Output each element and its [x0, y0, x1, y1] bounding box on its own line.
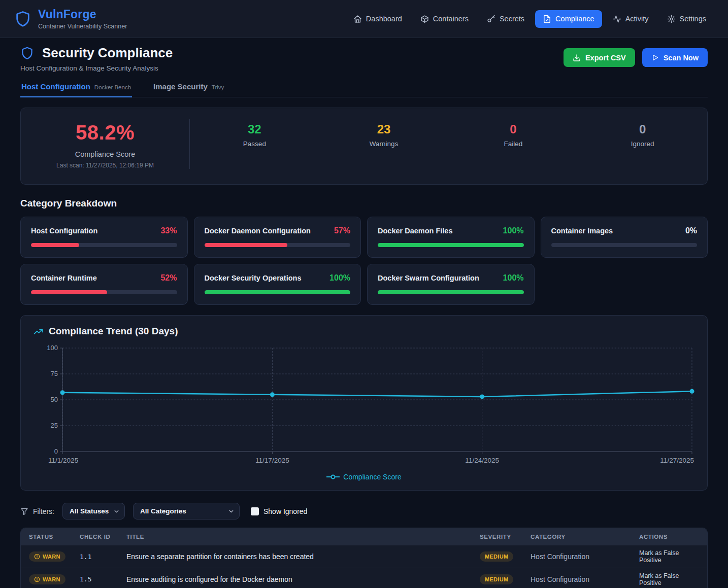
- category-filter-select[interactable]: All Categories: [133, 503, 240, 520]
- category-progress-track: [205, 243, 351, 247]
- category-card-docker-security-operations: Docker Security Operations 100%: [194, 264, 361, 305]
- tab-tag: Trivy: [212, 84, 224, 90]
- compliance-score-value: 58.2%: [26, 121, 184, 144]
- tab-host-configuration[interactable]: Host ConfigurationDocker Bench: [20, 82, 132, 97]
- category-progress-fill: [205, 243, 288, 247]
- category-progress-fill: [31, 290, 107, 294]
- stat-label: Ignored: [578, 140, 707, 148]
- column-header-title: TITLE: [126, 534, 476, 540]
- stat-passed: 32 Passed: [190, 119, 319, 169]
- severity-badge: MEDIUM: [480, 574, 513, 584]
- tab-tag: Docker Bench: [94, 84, 131, 90]
- category-card-docker-daemon-configuration: Docker Daemon Configuration 57%: [194, 217, 361, 258]
- category-percentage: 100%: [503, 273, 524, 283]
- category-grid: Host Configuration 33% Docker Daemon Con…: [20, 217, 708, 305]
- gear-icon: [667, 15, 676, 23]
- nav-item-label: Dashboard: [366, 15, 402, 23]
- check-id: 1.5: [80, 575, 122, 583]
- nav-item-label: Secrets: [500, 15, 524, 23]
- export-csv-button[interactable]: Export CSV: [564, 48, 635, 67]
- compliance-trend-chart: 025507510011/1/202511/17/202511/24/20251…: [33, 343, 695, 471]
- page-header: Security Compliance Host Configuration &…: [20, 45, 708, 72]
- category-percentage: 52%: [160, 273, 177, 283]
- status-filter-select[interactable]: All Statuses: [62, 503, 125, 520]
- check-category: Host Configuration: [531, 552, 635, 561]
- nav-item-containers[interactable]: Containers: [413, 10, 476, 28]
- category-name: Docker Daemon Configuration: [205, 227, 311, 235]
- check-title: Ensure a separate partition for containe…: [126, 552, 476, 561]
- nav-item-label: Compliance: [555, 15, 594, 23]
- column-header-severity: SEVERITY: [480, 534, 526, 540]
- nav-item-activity[interactable]: Activity: [605, 10, 656, 28]
- legend-compliance-score: Compliance Score: [33, 473, 695, 483]
- svg-text:11/1/2025: 11/1/2025: [48, 457, 78, 464]
- status-badge: WARN: [29, 551, 65, 562]
- nav-item-compliance[interactable]: Compliance: [535, 10, 602, 28]
- check-category: Host Configuration: [531, 575, 635, 583]
- compliance-trend-card: Compliance Trend (30 Days) 025507510011/…: [20, 315, 708, 491]
- brand-shield-icon: [14, 10, 31, 27]
- mark-false-positive-action[interactable]: Mark as False Positive: [639, 549, 699, 564]
- show-ignored-checkbox[interactable]: [251, 507, 259, 515]
- category-progress-track: [31, 243, 177, 247]
- status-badge-label: WARN: [43, 554, 60, 560]
- stat-value: 0: [578, 122, 707, 136]
- category-card-docker-swarm-configuration: Docker Swarm Configuration 100%: [367, 264, 535, 305]
- category-name: Docker Security Operations: [205, 274, 302, 282]
- svg-text:11/24/2025: 11/24/2025: [465, 457, 499, 464]
- compliance-score-block: 58.2% Compliance Score Last scan: 11/27/…: [21, 119, 190, 169]
- category-progress-fill: [31, 243, 79, 247]
- category-name: Container Images: [551, 227, 613, 235]
- svg-text:50: 50: [51, 396, 58, 403]
- category-progress-track: [31, 290, 177, 294]
- category-progress-track: [205, 290, 351, 294]
- scan-now-button[interactable]: Scan Now: [642, 48, 708, 67]
- svg-text:0: 0: [54, 447, 58, 455]
- stat-label: Passed: [190, 140, 319, 148]
- category-progress-fill: [378, 243, 524, 247]
- column-header-status: STATUS: [29, 534, 76, 540]
- tab-image-security[interactable]: Image SecurityTrivy: [152, 82, 225, 97]
- category-name: Docker Daemon Files: [378, 227, 452, 235]
- compliance-summary-card: 58.2% Compliance Score Last scan: 11/27/…: [20, 108, 708, 185]
- nav: Dashboard Containers Secrets Compliance …: [346, 10, 714, 28]
- stat-ignored: 0 Ignored: [578, 119, 707, 169]
- nav-item-settings[interactable]: Settings: [659, 10, 714, 28]
- checks-table: STATUSCHECK IDTITLESEVERITYCATEGORYACTIO…: [20, 528, 708, 588]
- tab-label: Image Security: [153, 82, 208, 91]
- stat-failed: 0 Failed: [449, 119, 578, 169]
- play-icon: [651, 54, 659, 61]
- last-scan-timestamp: Last scan: 11/27/2025, 12:06:19 PM: [26, 162, 184, 169]
- nav-item-label: Activity: [625, 15, 649, 23]
- file-check-icon: [543, 15, 551, 23]
- cube-icon: [420, 15, 429, 23]
- mark-false-positive-action[interactable]: Mark as False Positive: [639, 572, 699, 586]
- category-percentage: 57%: [334, 226, 350, 235]
- alert-circle-icon: [34, 576, 40, 582]
- check-id: 1.1: [80, 553, 122, 561]
- activity-icon: [613, 15, 621, 23]
- category-percentage: 33%: [160, 226, 177, 235]
- nav-item-label: Settings: [680, 15, 706, 23]
- nav-item-secrets[interactable]: Secrets: [479, 10, 532, 28]
- category-progress-track: [378, 243, 524, 247]
- nav-item-dashboard[interactable]: Dashboard: [346, 10, 410, 28]
- category-name: Container Runtime: [31, 274, 97, 282]
- home-icon: [353, 15, 362, 23]
- category-percentage: 0%: [685, 226, 697, 235]
- stat-value: 23: [319, 122, 449, 136]
- svg-text:25: 25: [51, 422, 58, 429]
- page-subtitle: Host Configuration & Image Security Anal…: [20, 64, 173, 72]
- severity-badge: MEDIUM: [480, 551, 513, 562]
- funnel-icon: [20, 507, 28, 515]
- category-card-container-images: Container Images 0%: [541, 217, 708, 258]
- legend-marker-icon: [326, 474, 340, 479]
- column-header-category: CATEGORY: [531, 534, 635, 540]
- svg-text:11/27/2025: 11/27/2025: [660, 457, 694, 464]
- page-title: Security Compliance: [42, 45, 173, 61]
- category-progress-fill: [205, 290, 351, 294]
- status-badge: WARN: [29, 574, 65, 584]
- chart-title: Compliance Trend (30 Days): [49, 326, 178, 337]
- stat-warnings: 23 Warnings: [319, 119, 449, 169]
- stat-value: 32: [190, 122, 319, 136]
